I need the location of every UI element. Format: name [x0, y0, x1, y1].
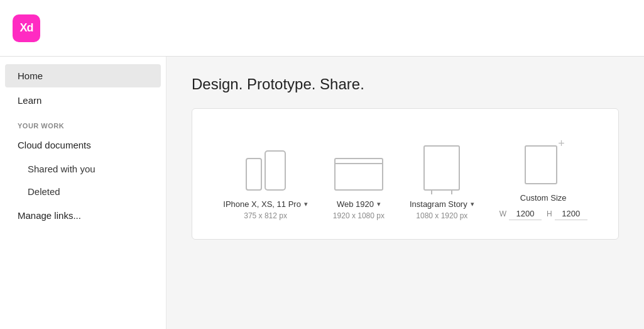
- top-bar: Xd: [0, 0, 644, 57]
- main-layout: Home Learn YOUR WORK Cloud documents Sha…: [0, 57, 644, 329]
- web-dropdown-arrow[interactable]: ▾: [377, 200, 381, 208]
- artboard-instagram[interactable]: Instagram Story ▾ 1080 x 1920 px: [410, 140, 474, 220]
- page-title: Design. Prototype. Share.: [192, 75, 619, 93]
- iphone-label-text: IPhone X, XS, 11 Pro: [223, 199, 301, 209]
- artboard-icon-web: [334, 140, 383, 191]
- sidebar-item-learn[interactable]: Learn: [5, 89, 161, 112]
- sidebar-item-manage-links[interactable]: Manage links...: [5, 204, 161, 227]
- custom-icon: +: [525, 140, 562, 184]
- design-panel: IPhone X, XS, 11 Pro ▾ 375 x 812 px Web …: [192, 108, 619, 240]
- sidebar-shared-label: Shared with you: [28, 164, 96, 174]
- doc-body-icon: [525, 145, 557, 184]
- web-label: Web 1920 ▾: [337, 199, 381, 209]
- web-size-text: 1920 x 1080 px: [333, 211, 385, 220]
- artboard-web[interactable]: Web 1920 ▾ 1920 x 1080 px: [333, 140, 385, 220]
- instagram-dropdown-arrow[interactable]: ▾: [471, 200, 474, 208]
- iphone-icon: [246, 150, 286, 191]
- instagram-label-text: Instagram Story: [410, 199, 467, 209]
- phone-small-icon: [246, 158, 262, 191]
- custom-label: Custom Size: [520, 193, 567, 203]
- logo-text: Xd: [19, 21, 33, 35]
- content-area: Design. Prototype. Share. IPhone X, XS, …: [166, 57, 644, 329]
- instagram-icon: [423, 145, 460, 191]
- phone-large-icon: [265, 150, 286, 191]
- sidebar-learn-label: Learn: [18, 95, 41, 106]
- sidebar-item-shared-with-you[interactable]: Shared with you: [5, 158, 161, 180]
- section-label-text: YOUR WORK: [18, 122, 64, 130]
- web-size: 1920 x 1080 px: [333, 211, 385, 220]
- artboard-icon-instagram: [423, 140, 460, 191]
- sidebar-item-cloud-documents[interactable]: Cloud documents: [5, 133, 161, 157]
- height-label: H: [547, 209, 552, 218]
- sidebar-item-home[interactable]: Home: [5, 64, 161, 87]
- iphone-size: 375 x 812 px: [244, 211, 287, 220]
- sidebar-cloud-label: Cloud documents: [18, 140, 91, 150]
- sidebar: Home Learn YOUR WORK Cloud documents Sha…: [0, 57, 166, 329]
- sidebar-home-label: Home: [18, 70, 43, 81]
- instagram-size-text: 1080 x 1920 px: [416, 211, 467, 220]
- xd-logo[interactable]: Xd: [13, 14, 40, 42]
- web-icon: [334, 158, 383, 191]
- artboard-icon-iphone: [246, 140, 286, 191]
- iphone-size-text: 375 x 812 px: [244, 211, 287, 220]
- artboard-grid: IPhone X, XS, 11 Pro ▾ 375 x 812 px Web …: [211, 134, 599, 220]
- height-field: H: [547, 208, 587, 220]
- width-input[interactable]: [509, 208, 542, 220]
- sidebar-deleted-label: Deleted: [28, 186, 60, 197]
- height-input[interactable]: [555, 208, 587, 220]
- custom-size-inputs: W H: [499, 208, 587, 220]
- web-label-text: Web 1920: [337, 199, 374, 209]
- doc-plus-icon: +: [558, 138, 565, 149]
- custom-label-text: Custom Size: [520, 193, 567, 203]
- sidebar-section-your-work: YOUR WORK: [5, 114, 161, 132]
- iphone-label: IPhone X, XS, 11 Pro ▾: [223, 199, 308, 209]
- instagram-size: 1080 x 1920 px: [416, 211, 467, 220]
- artboard-icon-custom: +: [525, 134, 562, 184]
- artboard-iphone[interactable]: IPhone X, XS, 11 Pro ▾ 375 x 812 px: [223, 140, 308, 220]
- instagram-label: Instagram Story ▾: [410, 199, 474, 209]
- iphone-dropdown-arrow[interactable]: ▾: [304, 200, 308, 208]
- artboard-custom[interactable]: + Custom Size W H: [499, 134, 587, 220]
- sidebar-manage-links-label: Manage links...: [18, 210, 81, 221]
- width-field: W: [499, 208, 542, 220]
- page-title-text: Design. Prototype. Share.: [192, 75, 364, 92]
- sidebar-item-deleted[interactable]: Deleted: [5, 181, 161, 203]
- width-label: W: [499, 209, 506, 218]
